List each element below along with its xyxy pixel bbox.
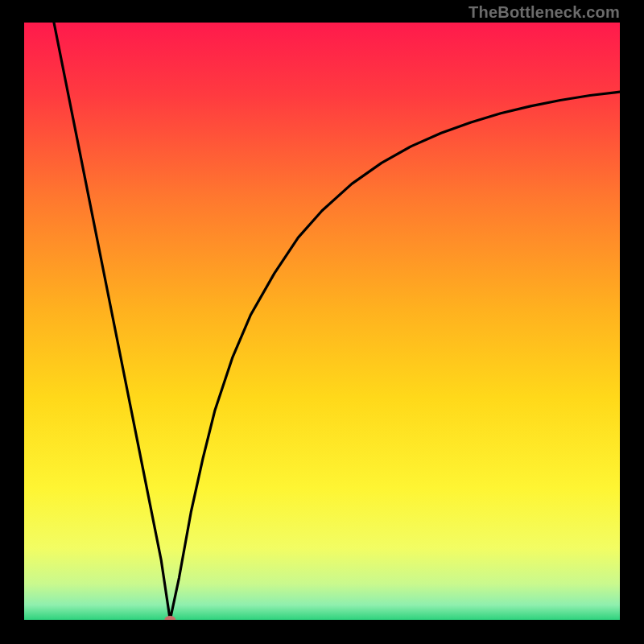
chart-frame: TheBottleneck.com	[0, 0, 644, 644]
bottleneck-curve	[54, 23, 620, 620]
plot-area	[24, 23, 620, 620]
min-point-marker	[164, 616, 175, 620]
watermark-text: TheBottleneck.com	[469, 3, 620, 22]
curve-layer	[24, 23, 620, 620]
